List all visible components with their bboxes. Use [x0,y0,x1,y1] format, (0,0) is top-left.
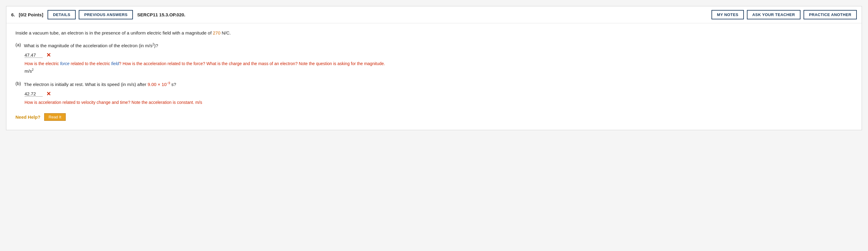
ask-teacher-button[interactable]: ASK YOUR TEACHER [747,10,801,20]
part-b-label: (b) The electron is initially at rest. W… [16,81,852,88]
question-id: SERCP11 15.3.OP.020. [137,12,185,17]
need-help-row: Need Help? Read It [16,113,852,121]
part-a: (a) What is the magnitude of the acceler… [16,42,852,73]
intro-text: Inside a vacuum tube, an electron is in … [16,29,852,37]
part-b-hint: How is acceleration related to velocity … [25,99,852,106]
part-a-answer: 47.47 [25,52,43,58]
question-header: 6. [0/2 Points] DETAILS PREVIOUS ANSWERS… [6,6,862,23]
my-notes-button[interactable]: MY NOTES [711,10,744,20]
details-button[interactable]: DETAILS [48,10,76,20]
field-value: 270 [213,30,220,35]
part-a-unit: m/s2 [25,68,852,73]
part-b-answer-row: 42.72 ✕ [25,91,852,97]
part-b-unit-inline: m/s [195,100,202,105]
question-body: Inside a vacuum tube, an electron is in … [6,23,862,130]
part-b-highlight: 9.00 × 10−9 [148,82,170,87]
question-container: 6. [0/2 Points] DETAILS PREVIOUS ANSWERS… [6,6,862,130]
part-b-letter: (b) [16,81,22,86]
practice-another-button[interactable]: PRACTICE ANOTHER [804,10,857,20]
part-a-question: What is the magnitude of the acceleratio… [24,42,158,49]
question-number: 6. [0/2 Points] [11,12,43,17]
part-a-letter: (a) [16,42,22,47]
part-a-hint: How is the electric force related to the… [25,60,852,67]
previous-answers-button[interactable]: PREVIOUS ANSWERS [79,10,133,20]
part-b-answer: 42.72 [25,91,43,97]
part-b-wrong-icon: ✕ [46,91,51,97]
part-b-question: The electron is initially at rest. What … [24,81,176,88]
part-a-answer-row: 47.47 ✕ [25,52,852,58]
part-a-label: (a) What is the magnitude of the acceler… [16,42,852,49]
read-it-button[interactable]: Read It [44,113,66,121]
need-help-label: Need Help? [16,115,40,120]
part-a-wrong-icon: ✕ [46,52,51,58]
part-b: (b) The electron is initially at rest. W… [16,81,852,106]
